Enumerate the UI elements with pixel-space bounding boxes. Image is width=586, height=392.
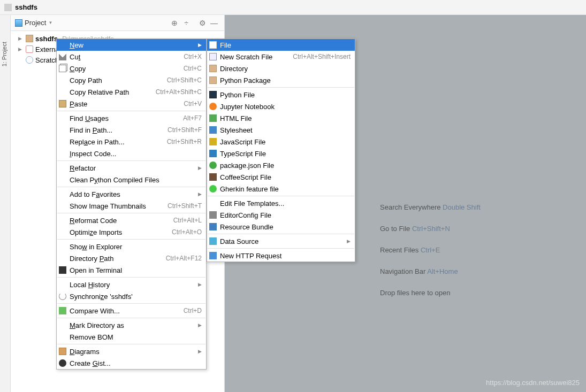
gutter-project-label[interactable]: 1: Project xyxy=(1,42,7,66)
menu-item[interactable]: Jupyter Notebook xyxy=(207,101,355,112)
menu-item[interactable]: Edit File Templates... xyxy=(207,197,355,209)
window-title: sshdfs xyxy=(15,3,37,11)
menu-item[interactable]: Clean Python Compiled Files xyxy=(57,174,206,186)
menu-item[interactable]: Copy Relative PathCtrl+Alt+Shift+C xyxy=(57,86,206,98)
menu-item[interactable]: CopyCtrl+C xyxy=(57,63,206,74)
menu-shortcut: Ctrl+C xyxy=(184,65,202,72)
expand-icon[interactable]: ▶ xyxy=(18,47,24,52)
menu-item[interactable]: Copy PathCtrl+Shift+C xyxy=(57,74,206,86)
menu-item[interactable]: Mark Directory as▶ xyxy=(57,319,206,331)
menu-item[interactable]: HTML File xyxy=(207,112,355,124)
menu-item[interactable]: Find UsagesAlt+F7 xyxy=(57,112,206,124)
menu-separator xyxy=(208,87,354,88)
empty-hints: Search Everywhere Double ShiftGo to File… xyxy=(380,197,481,304)
menu-item[interactable]: Reformat CodeCtrl+Alt+L xyxy=(57,214,206,226)
menu-item[interactable]: Python File xyxy=(207,89,355,101)
menu-label: Remove BOM xyxy=(70,333,202,341)
menu-item[interactable]: Add to Favorites▶ xyxy=(57,188,206,200)
project-icon xyxy=(15,19,22,27)
dir-icon xyxy=(209,76,217,84)
menu-shortcut: Ctrl+Shift+F xyxy=(168,126,202,134)
paste-icon xyxy=(59,100,66,107)
menu-item[interactable]: Directory PathCtrl+Alt+F12 xyxy=(57,252,206,264)
ec-icon xyxy=(209,211,217,219)
menu-item[interactable]: Open in Terminal xyxy=(57,264,206,276)
menu-separator xyxy=(208,248,354,249)
menu-item[interactable]: Refactor▶ xyxy=(57,162,206,174)
dropdown-icon: ▼ xyxy=(48,20,52,25)
ghk-icon xyxy=(209,185,217,193)
menu-item[interactable]: EditorConfig File xyxy=(207,209,355,221)
menu-label: Find Usages xyxy=(70,114,174,122)
menu-item[interactable]: CutCtrl+X xyxy=(57,51,206,63)
submenu-arrow-icon: ▶ xyxy=(198,42,202,48)
titlebar: sshdfs xyxy=(0,0,586,15)
menu-item[interactable]: New▶ xyxy=(57,39,206,51)
html-icon xyxy=(209,114,217,122)
menu-item[interactable]: Replace in Path...Ctrl+Shift+R xyxy=(57,136,206,148)
menu-label: New HTTP Request xyxy=(220,252,351,260)
py-icon xyxy=(209,91,217,98)
submenu-arrow-icon: ▶ xyxy=(198,165,202,171)
menu-item[interactable]: TypeScript File xyxy=(207,148,355,159)
submenu-arrow-icon: ▶ xyxy=(198,282,202,287)
dir-icon xyxy=(209,65,217,72)
menu-item[interactable]: Compare With...Ctrl+D xyxy=(57,305,206,317)
menu-item[interactable]: Diagrams▶ xyxy=(57,345,206,357)
menu-item[interactable]: Remove BOM xyxy=(57,331,206,343)
menu-label: Paste xyxy=(70,100,175,108)
minimize-icon[interactable]: — xyxy=(208,17,220,29)
gh-icon xyxy=(59,359,66,367)
menu-item[interactable]: File xyxy=(207,39,355,51)
menu-item[interactable]: package.json File xyxy=(207,159,355,171)
watermark: https://blog.csdn.net/suwei825 xyxy=(486,379,580,387)
menu-label: Data Source xyxy=(220,237,343,245)
menu-item[interactable]: Show Image ThumbnailsCtrl+Shift+T xyxy=(57,200,206,212)
menu-item[interactable]: Gherkin feature file xyxy=(207,183,355,195)
menu-item[interactable]: Synchronize 'sshdfs' xyxy=(57,290,206,302)
menu-item[interactable]: Local History▶ xyxy=(57,279,206,290)
collapse-icon[interactable]: ÷ xyxy=(180,17,192,29)
file-icon xyxy=(209,41,217,49)
menu-label: Jupyter Notebook xyxy=(220,103,351,111)
menu-item[interactable]: PasteCtrl+V xyxy=(57,98,206,110)
target-icon[interactable]: ⊕ xyxy=(169,17,180,29)
project-view-selector[interactable]: Project ▼ xyxy=(15,19,52,27)
menu-item[interactable]: New Scratch FileCtrl+Alt+Shift+Insert xyxy=(207,51,355,63)
tool-gutter[interactable]: 1: Project xyxy=(0,15,11,392)
menu-item[interactable]: Find in Path...Ctrl+Shift+F xyxy=(57,124,206,136)
context-menu[interactable]: New▶CutCtrl+XCopyCtrl+CCopy PathCtrl+Shi… xyxy=(56,39,207,370)
menu-separator xyxy=(57,303,206,304)
expand-icon[interactable]: ▶ xyxy=(18,36,24,41)
menu-item[interactable]: Resource Bundle xyxy=(207,221,355,233)
menu-item[interactable]: Optimize ImportsCtrl+Alt+O xyxy=(57,226,206,238)
menu-label: New xyxy=(70,41,194,49)
menu-item[interactable]: Inspect Code... xyxy=(57,148,206,159)
submenu-arrow-icon: ▶ xyxy=(347,239,351,244)
menu-item[interactable]: Directory xyxy=(207,63,355,74)
project-toolbar: Project ▼ ⊕ ÷ ⚙ — xyxy=(11,15,224,31)
menu-separator xyxy=(57,111,206,111)
menu-label: Stylesheet xyxy=(220,126,351,134)
menu-item[interactable]: Show in Explorer xyxy=(57,241,206,252)
sync-icon xyxy=(59,293,66,300)
menu-label: Show Image Thumbnails xyxy=(70,202,159,210)
menu-label: Directory Path xyxy=(70,255,157,263)
menu-item[interactable]: JavaScript File xyxy=(207,136,355,148)
menu-label: Reformat Code xyxy=(70,217,165,225)
menu-label: Resource Bundle xyxy=(220,223,351,231)
menu-shortcut: Ctrl+Alt+O xyxy=(172,228,202,236)
menu-item[interactable]: Create Gist... xyxy=(57,357,206,369)
gear-icon[interactable]: ⚙ xyxy=(196,17,208,29)
new-submenu[interactable]: FileNew Scratch FileCtrl+Alt+Shift+Inser… xyxy=(207,39,355,262)
copy-icon xyxy=(59,65,66,72)
menu-item[interactable]: New HTTP Request xyxy=(207,250,355,262)
menu-item[interactable]: Stylesheet xyxy=(207,124,355,136)
menu-shortcut: Ctrl+Alt+L xyxy=(173,217,202,224)
menu-item[interactable]: Python Package xyxy=(207,74,355,86)
submenu-arrow-icon: ▶ xyxy=(198,191,202,197)
menu-label: Refactor xyxy=(70,164,194,172)
menu-item[interactable]: Data Source▶ xyxy=(207,235,355,247)
menu-item[interactable]: CoffeeScript File xyxy=(207,171,355,183)
diag-icon xyxy=(59,348,66,355)
